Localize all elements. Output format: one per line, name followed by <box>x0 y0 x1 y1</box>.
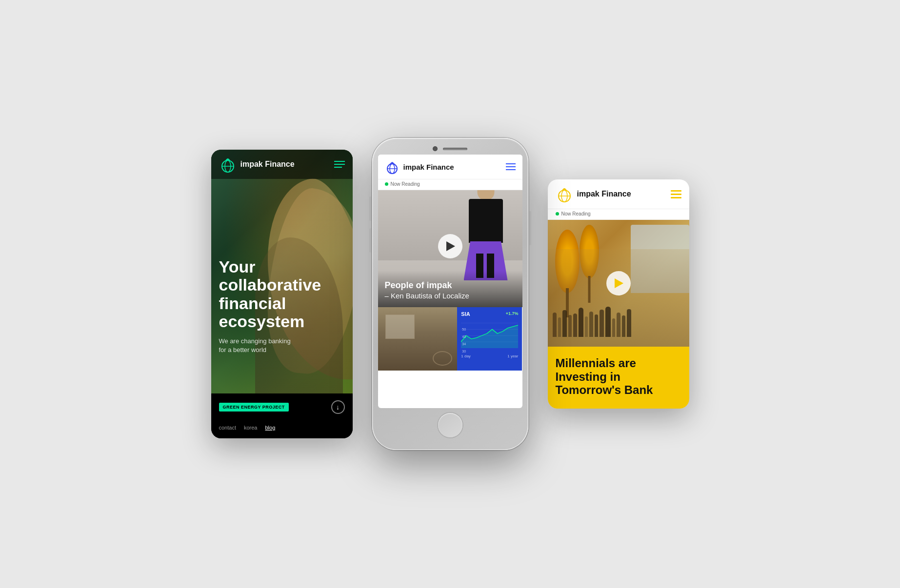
right-header: impak Finance <box>548 179 689 209</box>
left-hero-content: Yourcollaborativefinancialecosystem We a… <box>219 258 345 354</box>
left-footer: contact korea blog <box>211 421 353 438</box>
center-card-sia: SIA +1.7% 50 40 34 30 <box>457 307 522 371</box>
center-logo-text: impak Finance <box>403 163 454 171</box>
sia-y-labels: 50 40 34 30 <box>462 328 466 353</box>
left-footer-blog[interactable]: blog <box>265 425 276 431</box>
right-play-button[interactable] <box>606 271 631 295</box>
left-hamburger[interactable] <box>334 161 345 168</box>
left-footer-korea[interactable]: korea <box>244 425 258 431</box>
left-logo-icon <box>219 156 237 173</box>
device-speaker <box>443 148 467 150</box>
center-screen: impak Finance Now Reading <box>378 155 522 408</box>
download-button[interactable]: ↓ <box>331 400 345 414</box>
person-figure <box>464 190 508 278</box>
device-camera <box>433 147 437 151</box>
scene: impak Finance Yourcollaborativefinancial… <box>0 109 900 479</box>
sia-timeframe-1: 1 day <box>461 354 471 358</box>
center-hero-title: People of impak – Ken Bautista of Locali… <box>385 280 516 301</box>
center-now-reading-text: Now Reading <box>391 181 420 187</box>
right-now-reading: Now Reading <box>548 209 689 220</box>
right-hamburger[interactable] <box>671 190 681 198</box>
device-bottom-bar <box>378 408 522 437</box>
sia-timeframe-2: 1 year <box>507 354 518 358</box>
green-energy-tag[interactable]: GREEN ENERGY PROJECT <box>219 403 289 412</box>
storefront-image <box>378 307 458 371</box>
center-play-button[interactable] <box>438 234 462 258</box>
left-bottom-bar: GREEN ENERGY PROJECT ↓ <box>211 393 353 421</box>
center-card-storefront <box>378 307 458 371</box>
center-header: impak Finance <box>378 155 522 179</box>
center-logo-icon <box>385 159 400 174</box>
left-logo-area: impak Finance <box>219 156 295 173</box>
right-logo-area: impak Finance <box>556 185 631 203</box>
power-button <box>529 211 531 245</box>
right-now-reading-dot <box>556 212 559 216</box>
right-logo-icon <box>556 185 573 203</box>
right-play-icon <box>615 278 623 288</box>
right-content-area: Millennials are Investing in Tomorrow's … <box>548 347 689 409</box>
center-cards: SIA +1.7% 50 40 34 30 <box>378 307 522 371</box>
svg-point-7 <box>391 162 393 164</box>
left-phone: impak Finance Yourcollaborativefinancial… <box>211 150 353 438</box>
center-hamburger[interactable] <box>506 163 516 170</box>
center-phone-device: impak Finance Now Reading <box>372 138 528 450</box>
right-phone: impak Finance Now Reading <box>548 179 689 409</box>
right-now-reading-text: Now Reading <box>561 211 591 216</box>
play-icon <box>446 241 455 251</box>
sia-chart-area <box>461 325 518 348</box>
center-hero-overlay: People of impak – Ken Bautista of Locali… <box>378 271 522 307</box>
sia-ticker: SIA <box>461 311 470 317</box>
volume-down-button <box>369 228 371 253</box>
right-logo-text: impak Finance <box>577 190 631 198</box>
home-button[interactable] <box>438 413 462 437</box>
left-hero: Yourcollaborativefinancialecosystem We a… <box>211 150 353 393</box>
right-article-title: Millennials are Investing in Tomorrow's … <box>556 356 681 397</box>
sia-chart <box>461 319 518 348</box>
sia-change: +1.7% <box>506 311 519 316</box>
left-phone-header: impak Finance <box>211 150 353 179</box>
device-top-bar <box>378 144 522 155</box>
svg-point-15 <box>563 188 565 190</box>
svg-point-3 <box>227 158 229 160</box>
center-logo-area: impak Finance <box>385 159 454 174</box>
left-footer-contact[interactable]: contact <box>219 425 236 431</box>
left-hero-title: Yourcollaborativefinancialecosystem <box>219 258 345 331</box>
volume-up-button <box>369 196 371 221</box>
center-phone-wrapper: impak Finance Now Reading <box>372 138 528 450</box>
sia-footer: 1 day 1 year <box>461 354 518 358</box>
right-hero <box>548 220 689 347</box>
center-now-reading: Now Reading <box>378 179 522 190</box>
left-hero-sub: We are changing bankingfor a better worl… <box>219 337 345 354</box>
center-hero: People of impak – Ken Bautista of Locali… <box>378 190 522 307</box>
sia-header: SIA +1.7% <box>461 311 518 317</box>
now-reading-dot <box>385 182 388 186</box>
left-logo-text: impak Finance <box>240 160 295 169</box>
